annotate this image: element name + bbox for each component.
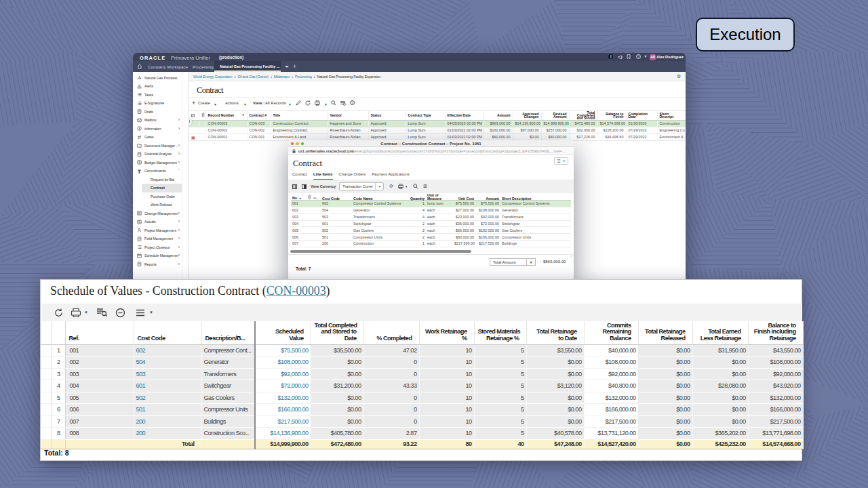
svg-text:$: $ xyxy=(138,220,140,224)
svg-text:$: $ xyxy=(138,161,140,164)
